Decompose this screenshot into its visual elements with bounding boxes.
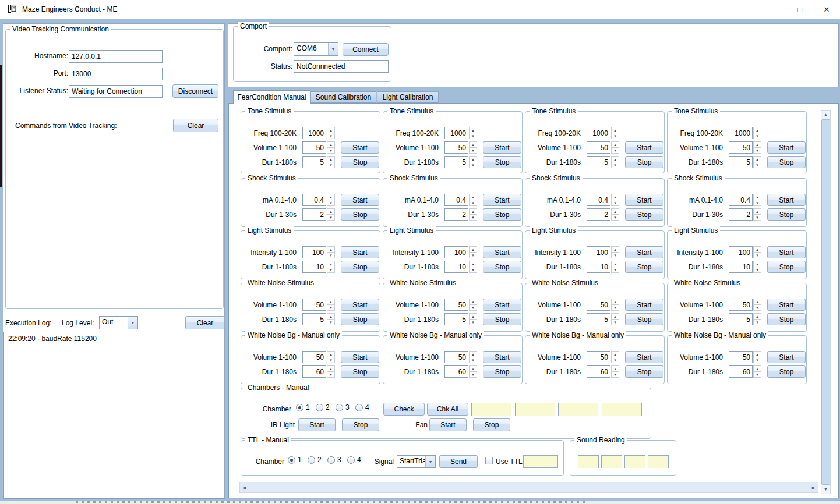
- spin-down-icon[interactable]: ▼: [753, 267, 761, 273]
- chamber-radio-3[interactable]: 3: [336, 403, 350, 411]
- volume-input[interactable]: [729, 351, 753, 363]
- volume-input[interactable]: [587, 351, 610, 363]
- spin-up-icon[interactable]: ▲: [469, 313, 477, 320]
- spin-up-icon[interactable]: ▲: [611, 261, 619, 267]
- volume-input[interactable]: [587, 299, 610, 311]
- light-stop-button[interactable]: Stop: [341, 261, 379, 273]
- chamber-radio-1[interactable]: 1: [296, 403, 310, 411]
- chamber-radio-2[interactable]: 2: [316, 403, 330, 411]
- spin-up-icon[interactable]: ▲: [327, 313, 335, 320]
- spin-down-icon[interactable]: ▼: [611, 253, 619, 258]
- vertical-scrollbar-thumb[interactable]: [821, 119, 830, 485]
- spin-down-icon[interactable]: ▼: [327, 253, 335, 258]
- freq-input[interactable]: [302, 127, 326, 139]
- vertical-scrollbar[interactable]: ▲ ▼: [821, 110, 831, 494]
- comport-select[interactable]: COM6 ▼: [294, 42, 338, 56]
- shock-stop-button[interactable]: Stop: [625, 208, 663, 221]
- dur-input[interactable]: [587, 313, 610, 325]
- white-noise-bg-start-button[interactable]: Start: [483, 351, 521, 363]
- dur-input[interactable]: [302, 208, 326, 221]
- shock-stop-button[interactable]: Stop: [483, 208, 521, 221]
- spin-up-icon[interactable]: ▲: [753, 313, 761, 320]
- volume-input[interactable]: [302, 299, 326, 311]
- spin-down-icon[interactable]: ▼: [327, 162, 335, 168]
- spin-up-icon[interactable]: ▲: [469, 156, 477, 162]
- volume-input[interactable]: [444, 141, 468, 154]
- commands-listbox[interactable]: [15, 136, 218, 304]
- chevron-down-icon[interactable]: ▼: [128, 317, 137, 329]
- tone-stop-button[interactable]: Stop: [767, 156, 806, 168]
- spin-down-icon[interactable]: ▼: [469, 148, 477, 154]
- dur-input[interactable]: [444, 261, 468, 273]
- white-noise-bg-stop-button[interactable]: Stop: [483, 365, 521, 378]
- shock-start-button[interactable]: Start: [341, 194, 379, 206]
- spin-up-icon[interactable]: ▲: [327, 208, 335, 215]
- ttl-chamber-radio-4[interactable]: 4: [347, 456, 361, 464]
- spin-down-icon[interactable]: ▼: [611, 320, 619, 325]
- tab-fearcondition-manual[interactable]: FearCondition Manual: [233, 90, 310, 104]
- spin-up-icon[interactable]: ▲: [611, 246, 619, 253]
- execution-log-listbox[interactable]: 22:09:20 - baudRate 115200: [3, 332, 224, 499]
- ttl-status-field[interactable]: [523, 455, 558, 468]
- spin-up-icon[interactable]: ▲: [611, 156, 619, 162]
- intensity-input[interactable]: [444, 246, 468, 258]
- spin-down-icon[interactable]: ▼: [611, 133, 619, 139]
- freq-input[interactable]: [444, 127, 468, 139]
- spin-up-icon[interactable]: ▲: [753, 261, 761, 267]
- spin-up-icon[interactable]: ▲: [469, 208, 477, 215]
- spin-down-icon[interactable]: ▼: [469, 133, 477, 139]
- spin-down-icon[interactable]: ▼: [469, 320, 477, 325]
- shock-start-button[interactable]: Start: [767, 194, 806, 206]
- spin-up-icon[interactable]: ▲: [611, 299, 619, 305]
- spin-down-icon[interactable]: ▼: [611, 215, 619, 221]
- listener-status-input[interactable]: [69, 85, 163, 98]
- shock-start-button[interactable]: Start: [483, 194, 521, 206]
- scroll-down-icon[interactable]: ▼: [821, 485, 830, 494]
- spin-down-icon[interactable]: ▼: [469, 372, 477, 378]
- horizontal-scrollbar[interactable]: ◄ ►: [239, 482, 818, 493]
- spin-up-icon[interactable]: ▲: [327, 127, 335, 133]
- freq-input[interactable]: [729, 127, 753, 139]
- spin-down-icon[interactable]: ▼: [611, 305, 619, 311]
- chevron-down-icon[interactable]: ▼: [425, 456, 435, 467]
- volume-input[interactable]: [302, 141, 326, 154]
- tone-stop-button[interactable]: Stop: [625, 156, 663, 168]
- spin-down-icon[interactable]: ▼: [327, 305, 335, 311]
- signal-select[interactable]: StartTrial ▼: [397, 455, 436, 468]
- spin-down-icon[interactable]: ▼: [469, 267, 477, 273]
- spin-down-icon[interactable]: ▼: [327, 215, 335, 221]
- spin-up-icon[interactable]: ▲: [469, 261, 477, 267]
- spin-up-icon[interactable]: ▲: [469, 194, 477, 200]
- spin-up-icon[interactable]: ▲: [611, 313, 619, 320]
- dur-input[interactable]: [302, 365, 326, 378]
- volume-input[interactable]: [444, 351, 468, 363]
- dur-input[interactable]: [587, 156, 610, 168]
- ir-light-start-button[interactable]: Start: [298, 418, 336, 431]
- port-input[interactable]: [69, 68, 163, 80]
- dur-input[interactable]: [444, 156, 468, 168]
- spin-up-icon[interactable]: ▲: [327, 156, 335, 162]
- white-noise-stop-button[interactable]: Stop: [483, 313, 521, 325]
- spin-up-icon[interactable]: ▲: [469, 351, 477, 357]
- dur-input[interactable]: [729, 156, 753, 168]
- light-stop-button[interactable]: Stop: [625, 261, 663, 273]
- chamber-status-field-1[interactable]: [471, 403, 511, 416]
- spin-down-icon[interactable]: ▼: [753, 148, 761, 154]
- spin-down-icon[interactable]: ▼: [753, 133, 761, 139]
- shock-stop-button[interactable]: Stop: [767, 208, 806, 221]
- spin-down-icon[interactable]: ▼: [327, 133, 335, 139]
- scroll-up-icon[interactable]: ▲: [821, 111, 830, 119]
- spin-up-icon[interactable]: ▲: [469, 365, 477, 372]
- spin-down-icon[interactable]: ▼: [469, 200, 477, 206]
- dur-input[interactable]: [444, 365, 468, 378]
- light-stop-button[interactable]: Stop: [767, 261, 806, 273]
- close-button[interactable]: ✕: [813, 0, 840, 19]
- tone-stop-button[interactable]: Stop: [483, 156, 521, 168]
- chamber-status-field-2[interactable]: [515, 403, 555, 416]
- spin-down-icon[interactable]: ▼: [327, 372, 335, 378]
- light-stop-button[interactable]: Stop: [483, 261, 521, 273]
- spin-up-icon[interactable]: ▲: [753, 156, 761, 162]
- tone-stop-button[interactable]: Stop: [341, 156, 379, 168]
- dur-input[interactable]: [729, 313, 753, 325]
- spin-up-icon[interactable]: ▲: [327, 365, 335, 372]
